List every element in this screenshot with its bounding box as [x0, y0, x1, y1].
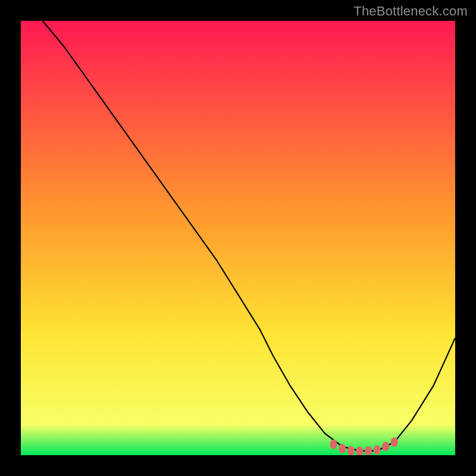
- watermark-text: TheBottleneck.com: [353, 4, 468, 19]
- optimal-marker: [374, 445, 381, 455]
- optimal-marker: [330, 440, 337, 449]
- bottleneck-chart: [21, 21, 455, 455]
- optimal-marker: [382, 441, 389, 451]
- optimal-marker: [391, 437, 398, 447]
- optimal-marker: [365, 446, 372, 455]
- optimal-marker: [347, 446, 355, 455]
- chart-frame: TheBottleneck.com: [0, 0, 476, 476]
- optimal-marker: [339, 444, 346, 453]
- gradient-background: [21, 21, 455, 455]
